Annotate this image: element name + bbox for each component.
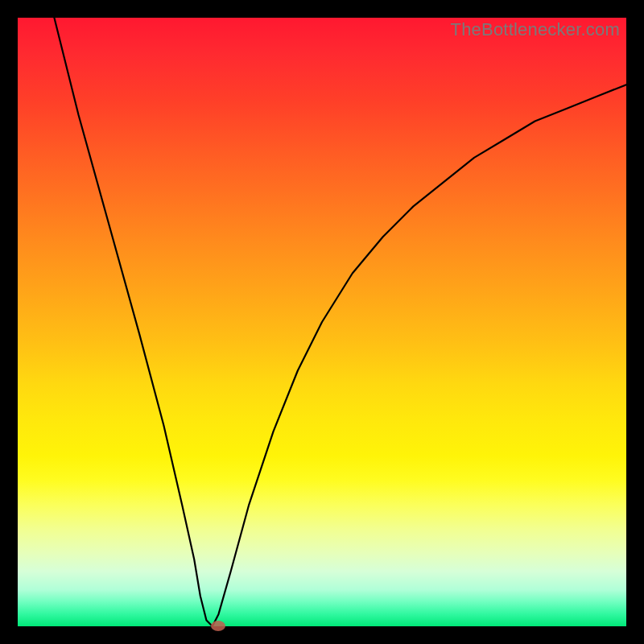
bottleneck-curve	[18, 18, 626, 626]
chart-frame: TheBottlenecker.com	[0, 0, 644, 644]
plot-area: TheBottlenecker.com	[18, 18, 626, 626]
minimum-marker	[211, 621, 225, 631]
